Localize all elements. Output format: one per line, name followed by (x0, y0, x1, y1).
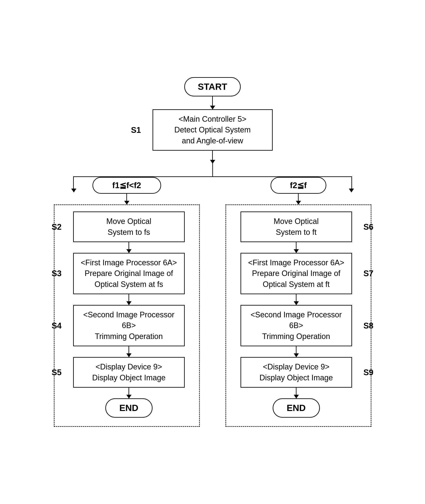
s4-box: <Second Image Processor 6B> Trimming Ope… (73, 305, 185, 346)
s7-label: S7 (363, 269, 373, 278)
arrow-s1-split (212, 151, 213, 163)
arrow-s6-s7 (296, 242, 297, 253)
s1-label: S1 (131, 125, 141, 135)
s7-box: <First Image Processor 6A> Prepare Origi… (240, 253, 352, 294)
s6-label: S6 (363, 222, 373, 232)
arrow-s4-s5 (128, 346, 129, 357)
right-dashed-box: S6 Move Optical System to ft S7 <First I… (226, 204, 371, 427)
s2-box: Move Optical System to fs (73, 212, 185, 242)
s8-label: S8 (363, 321, 373, 330)
arrow-s3-s4 (128, 294, 129, 305)
end-left-pill: END (105, 398, 153, 418)
s1-row: S1 <Main Controller 5> Detect Optical Sy… (148, 109, 277, 151)
start-pill: START (184, 77, 241, 97)
arrow-left-cond-s2 (126, 194, 127, 204)
s5-label: S5 (52, 368, 62, 377)
split-connector (73, 163, 352, 176)
s9-row: S9 <Display Device 9> Display Object Ima… (236, 357, 356, 388)
s9-label: S9 (363, 368, 373, 377)
s3-row: S3 <First Image Processor 6A> Prepare Or… (69, 253, 189, 294)
s6-box: Move Optical System to ft (240, 212, 352, 242)
arrow-start-s1 (212, 97, 213, 109)
s8-box: <Second Image Processor 6B> Trimming Ope… (240, 305, 352, 346)
branches-container: f1≦f<f2 S2 Move Optical System to fs S3 (52, 177, 373, 427)
s7-row: S7 <First Image Processor 6A> Prepare Or… (236, 253, 356, 294)
left-dashed-box: S2 Move Optical System to fs S3 <First I… (54, 204, 200, 427)
right-branch: f2≦f S6 Move Optical System to ft S7 (223, 177, 373, 427)
s8-row: S8 <Second Image Processor 6B> Trimming … (236, 305, 356, 346)
s3-box: <First Image Processor 6A> Prepare Origi… (73, 253, 185, 294)
s5-row: S5 <Display Device 9> Display Object Ima… (69, 357, 189, 388)
start-node: START (34, 77, 391, 97)
arrow-s7-s8 (296, 294, 297, 305)
s5-box: <Display Device 9> Display Object Image (73, 357, 185, 388)
s4-row: S4 <Second Image Processor 6B> Trimming … (69, 305, 189, 346)
end-right-pill: END (273, 398, 320, 418)
arrow-s5-end-left (128, 388, 129, 398)
s1-box: <Main Controller 5> Detect Optical Syste… (153, 109, 273, 151)
right-condition-pill: f2≦f (271, 177, 326, 194)
flowchart-diagram: START S1 <Main Controller 5> Detect Opti… (30, 64, 395, 440)
arrow-right-cond-s6 (298, 194, 299, 204)
left-condition-pill: f1≦f<f2 (93, 177, 161, 194)
split-vert-top (212, 163, 213, 176)
left-condition-row: f1≦f<f2 (52, 177, 202, 194)
s3-label: S3 (52, 269, 62, 278)
arrow-s2-s3 (128, 242, 129, 253)
left-branch: f1≦f<f2 S2 Move Optical System to fs S3 (52, 177, 202, 427)
s2-row: S2 Move Optical System to fs (69, 212, 189, 242)
right-condition-row: f2≦f (223, 177, 373, 194)
s9-box: <Display Device 9> Display Object Image (240, 357, 352, 388)
arrow-s9-end-right (296, 388, 297, 398)
s2-label: S2 (52, 222, 62, 232)
arrow-s8-s9 (296, 346, 297, 357)
s4-label: S4 (52, 321, 62, 330)
s6-row: S6 Move Optical System to ft (236, 212, 356, 242)
